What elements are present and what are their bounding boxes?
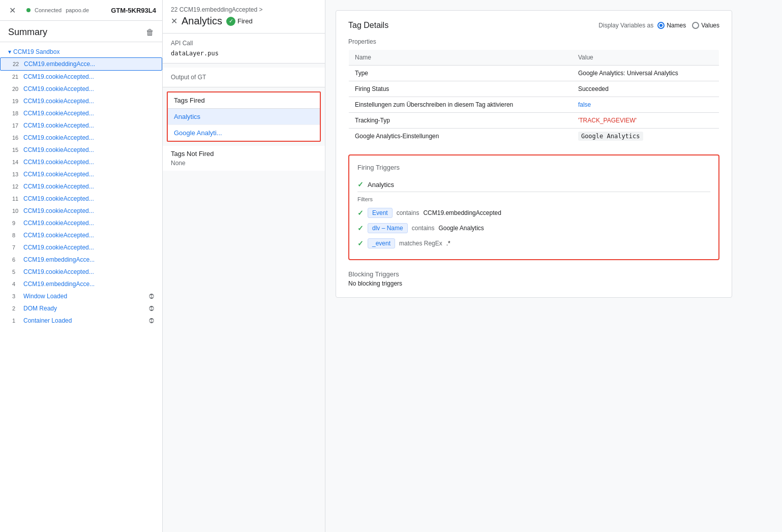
radio-group: Names Values [657,22,719,29]
connection-status-dot [26,8,31,12]
api-call-label: API Call [171,40,317,47]
event-item[interactable]: 20 CCM19.cookieAccepted... [0,83,162,95]
event-item[interactable]: 6 CCM19.embeddingAcce... [0,254,162,266]
tag-details-card: Tag Details Display Variables as Names V… [336,10,732,298]
event-number: 11 [12,196,23,202]
badge-icon: ⓵ [149,318,154,324]
event-item[interactable]: 4 CCM19.embeddingAcce... [0,278,162,290]
sandbox-label-text: CCM19 Sandbox [13,48,59,55]
check-icon: ✓ [357,239,364,247]
api-call-value: dataLayer.pus [171,50,317,57]
firing-triggers-title: Firing Triggers [357,164,710,171]
names-label: Names [667,22,686,29]
event-item[interactable]: 5 CCM19.cookieAccepted... [0,266,162,278]
col-header-value: Value [572,50,719,66]
table-row: Einstellungen zum Überschreiben in diese… [349,97,719,113]
prop-value: Succeeded [572,81,719,97]
tag-item[interactable]: Analytics [168,109,320,125]
filter-tag: dlv – Name [368,223,408,233]
table-row: Firing Status Succeeded [349,81,719,97]
filter-tag: Event [368,208,393,218]
badge-icon: ⓵ [149,294,154,299]
event-item[interactable]: 1 Container Loaded ⓵ [0,315,162,327]
event-item[interactable]: 9 CCM19.cookieAccepted... [0,217,162,229]
delete-icon[interactable]: 🗑 [146,28,154,37]
event-item[interactable]: 16 CCM19.cookieAccepted... [0,132,162,144]
table-row: Type Google Analytics: Universal Analyti… [349,66,719,81]
event-item[interactable]: 21 CCM19.cookieAccepted... [0,71,162,83]
prop-name: Tracking-Typ [349,113,572,129]
event-item[interactable]: 18 CCM19.cookieAccepted... [0,107,162,119]
table-row: Google Analytics-Einstellungen Google An… [349,129,719,144]
event-name: CCM19.cookieAccepted... [23,122,154,129]
names-radio-option[interactable]: Names [657,22,686,29]
event-number: 22 [13,61,24,67]
event-number: 20 [12,86,23,92]
event-number: 3 [12,293,23,299]
check-icon: ✓ [357,209,364,217]
gtm-id: GTM-5KR93L4 [111,7,156,14]
filter-operator: contains [397,209,419,216]
trigger-item: ✓ Analytics [357,177,710,192]
event-item[interactable]: 22 CCM19.embeddingAcce... [0,57,162,71]
tags-not-fired-section: Tags Not Fired None [163,146,325,171]
event-name: CCM19.cookieAccepted... [23,85,154,92]
event-item[interactable]: 10 CCM19.cookieAccepted... [0,205,162,217]
fired-check-icon: ✓ [226,17,235,26]
event-item[interactable]: 19 CCM19.cookieAccepted... [0,95,162,107]
event-item[interactable]: 15 CCM19.cookieAccepted... [0,144,162,156]
event-name: CCM19.cookieAccepted... [23,183,154,190]
event-name: CCM19.cookieAccepted... [23,220,154,227]
output-section: Output of GT [163,68,325,87]
event-item[interactable]: 13 CCM19.cookieAccepted... [0,168,162,180]
filter-value: Google Analytics [438,225,484,232]
values-radio-option[interactable]: Values [692,22,719,29]
event-number: 21 [12,74,23,80]
event-item[interactable]: 14 CCM19.cookieAccepted... [0,156,162,168]
arrow-down-icon: ▾ [8,48,11,55]
event-name: CCM19.cookieAccepted... [23,134,154,141]
event-number: 2 [12,305,23,311]
blocking-triggers-title: Blocking Triggers [348,270,719,278]
sandbox-label[interactable]: ▾ CCM19 Sandbox [0,46,162,57]
event-number: 4 [12,281,23,287]
event-item[interactable]: 7 CCM19.cookieAccepted... [0,241,162,254]
prop-name: Google Analytics-Einstellungen [349,129,572,144]
filters-label: Filters [357,196,710,202]
event-number: 7 [12,244,23,251]
event-name: CCM19.cookieAccepted... [23,232,154,239]
event-name: CCM19.cookieAccepted... [23,207,154,214]
event-item[interactable]: 17 CCM19.cookieAccepted... [0,119,162,132]
fired-badge: ✓ Fired [226,17,253,26]
event-item[interactable]: 3 Window Loaded ⓵ [0,290,162,302]
event-number: 6 [12,257,23,263]
event-item[interactable]: 12 CCM19.cookieAccepted... [0,180,162,193]
connected-label: Connected [35,7,62,13]
event-name: CCM19.cookieAccepted... [23,159,154,166]
left-header: ✕ Connected papoo.de GTM-5KR93L4 [0,0,162,21]
display-vars: Display Variables as Names Values [598,22,719,29]
event-item[interactable]: 8 CCM19.cookieAccepted... [0,229,162,241]
api-call-section: API Call dataLayer.pus [163,34,325,64]
check-icon: ✓ [357,224,364,232]
close-button[interactable]: ✕ [6,4,18,16]
event-item[interactable]: 11 CCM19.cookieAccepted... [0,193,162,205]
event-number: 9 [12,220,23,226]
left-panel: ✕ Connected papoo.de GTM-5KR93L4 Summary… [0,0,163,532]
tags-not-fired-value: None [171,160,317,167]
properties-section-label: Properties [348,38,719,45]
output-label: Output of GT [171,74,317,81]
event-name: CCM19.embeddingAcce... [23,256,154,263]
event-item[interactable]: 2 DOM Ready ⓵ [0,302,162,315]
filter-row: ✓ _event matches RegEx .* [357,236,710,251]
prop-name: Einstellungen zum Überschreiben in diese… [349,97,572,113]
tag-item[interactable]: Google Analyti... [168,125,320,141]
close-detail-button[interactable]: ✕ [171,16,177,26]
tags-fired-section: Tags Fired Analytics Google Analyti... [163,91,325,142]
event-number: 12 [12,183,23,190]
breadcrumb: 22 CCM19.embeddingAccepted > [171,6,317,13]
event-name: CCM19.embeddingAcce... [23,280,154,288]
event-name: Window Loaded [23,293,147,300]
prop-name: Type [349,66,572,81]
prop-value: Google Analytics: Universal Analytics [572,66,719,81]
